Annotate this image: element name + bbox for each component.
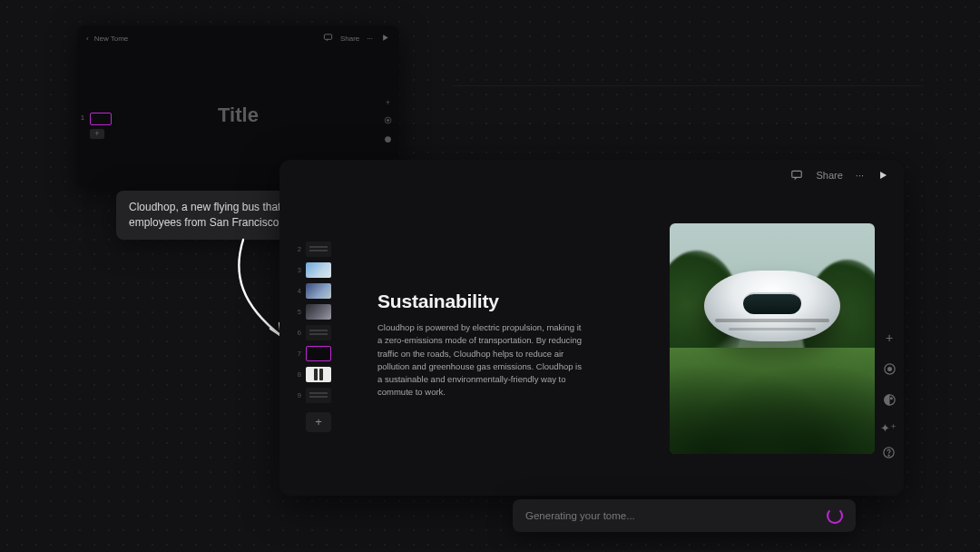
add-slide-button-small[interactable]: + — [90, 129, 104, 139]
generating-text: Generating your tome... — [525, 510, 635, 521]
svg-point-8 — [887, 397, 888, 399]
slide-thumb[interactable]: 9 — [296, 388, 332, 403]
large-right-bottom: ✦⁺ — [880, 421, 897, 463]
slide-thumb-selected[interactable]: 7 — [296, 346, 332, 361]
spinner-icon — [827, 508, 843, 524]
add-block-icon[interactable]: + — [386, 98, 390, 107]
svg-rect-0 — [324, 34, 331, 39]
more-icon[interactable]: ··· — [856, 170, 864, 181]
thumb-number: 1 — [81, 114, 84, 121]
small-window-header: ‹ New Tome Share ··· — [86, 31, 390, 45]
back-label[interactable]: New Tome — [94, 34, 129, 43]
add-slide-button[interactable]: + — [306, 412, 331, 432]
more-icon[interactable]: ··· — [367, 34, 373, 43]
slide-text-block[interactable]: Sustainability Cloudhop is powered by el… — [377, 291, 586, 399]
svg-point-9 — [890, 397, 892, 399]
play-icon[interactable] — [380, 33, 390, 44]
record-icon[interactable] — [384, 116, 392, 126]
theme-icon[interactable] — [882, 392, 897, 407]
magic-icon[interactable]: ✦⁺ — [880, 421, 897, 435]
theme-icon[interactable] — [384, 135, 392, 145]
slide-title: Sustainability — [377, 291, 586, 312]
play-icon[interactable] — [877, 169, 889, 182]
slide-thumb[interactable]: 2 — [296, 242, 332, 257]
small-right-rail: + — [384, 98, 392, 145]
slide-image[interactable] — [670, 223, 875, 454]
back-icon[interactable]: ‹ — [86, 34, 89, 43]
slide-thumb[interactable]: 3 — [296, 262, 332, 278]
svg-point-2 — [387, 119, 388, 121]
share-button[interactable]: Share — [816, 170, 842, 181]
slide-thumb[interactable]: 6 — [296, 325, 332, 340]
large-right-rail: + — [882, 330, 897, 407]
slide-thumb[interactable]: 5 — [296, 304, 332, 320]
vehicle-illustration — [704, 271, 840, 341]
slide-thumb[interactable]: 8 — [296, 367, 332, 382]
share-label[interactable]: Share — [340, 34, 359, 43]
comment-icon[interactable] — [790, 169, 803, 182]
record-icon[interactable] — [882, 361, 897, 376]
slide-thumb[interactable]: 4 — [296, 283, 332, 299]
generating-status-bar: Generating your tome... — [513, 499, 856, 532]
divider — [452, 85, 924, 86]
add-block-icon[interactable]: + — [882, 330, 897, 345]
svg-point-6 — [887, 367, 891, 370]
large-window-header: Share ··· — [279, 160, 904, 182]
slide-body: Cloudhop is powered by electric propulsi… — [377, 321, 586, 399]
title-placeholder[interactable]: Title — [86, 104, 390, 127]
editor-window-large: Share ··· 2 3 4 5 6 7 8 9 + Sustainabili… — [279, 160, 904, 496]
comment-icon[interactable] — [323, 33, 333, 44]
help-icon[interactable] — [882, 446, 896, 463]
svg-point-3 — [385, 136, 391, 143]
svg-point-11 — [888, 455, 889, 456]
svg-rect-4 — [792, 171, 802, 177]
slide-thumbnail-rail: 2 3 4 5 6 7 8 9 + — [296, 242, 332, 432]
